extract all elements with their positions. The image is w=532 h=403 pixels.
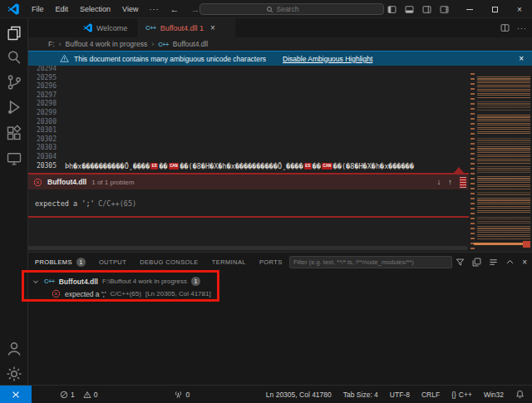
panel-tab-label: TERMINAL [212, 258, 246, 266]
more-actions-icon[interactable]: ··· [517, 24, 527, 32]
notifications-bell-icon[interactable] [515, 390, 525, 399]
maximize-panel-icon[interactable] [505, 258, 515, 267]
split-editor-icon[interactable] [500, 23, 510, 32]
control-character-box: CAN [169, 163, 180, 170]
problems-file-row[interactable]: C++ Buffout4.dll F:\Buffout 4 work in pr… [32, 275, 200, 288]
errors-warnings-status[interactable]: 1 0 [60, 391, 97, 399]
collapse-all-icon[interactable] [489, 258, 498, 267]
peek-file-name: Buffout4.dll [47, 178, 86, 186]
binary-content-line[interactable]: Þh�x����������Ō¸����ES��CAN��(�8�H�X�h�x… [65, 162, 469, 171]
problems-file-path: F:\Buffout 4 work in progress [102, 278, 187, 285]
file-problems-badge: 1 [191, 277, 200, 286]
line-number: 20300 [28, 118, 57, 127]
breadcrumb-file[interactable]: Buffout4.dll [173, 40, 208, 48]
cursor-position[interactable]: Ln 20305, Col 41780 [266, 391, 332, 399]
line-number: 20298 [28, 100, 57, 109]
command-center-search[interactable] [200, 3, 384, 15]
tab-ports[interactable]: PORTS [259, 253, 283, 272]
remote-explorer-icon[interactable] [6, 150, 22, 167]
search-input[interactable] [277, 5, 318, 13]
control-character-box: ES [150, 163, 158, 170]
menu-view[interactable]: View [116, 0, 144, 18]
editor-tab-bar: Welcome C++ Buffout4.dll 1 × ··· [28, 18, 532, 37]
unicode-warning-banner: This document contains many ambiguous un… [28, 51, 532, 66]
accounts-icon[interactable] [6, 341, 22, 357]
tab-size-indicator[interactable]: Tab Size: 4 [343, 391, 378, 399]
toggle-sidebar-icon[interactable] [387, 5, 397, 14]
menu-edit[interactable]: Edit [50, 0, 75, 18]
run-debug-icon[interactable] [6, 99, 22, 115]
disable-ambiguous-highlight-link[interactable]: Disable Ambiguous Highlight [283, 55, 372, 63]
binary-text-segment: �� [159, 162, 167, 170]
language-mode[interactable]: {} C++ [451, 391, 472, 399]
next-problem-icon[interactable]: ↓ [437, 178, 441, 186]
peek-anchor-caret [454, 167, 464, 173]
minimap-content-block [477, 101, 530, 111]
problems-filter[interactable] [289, 256, 452, 268]
minimize-icon[interactable] [457, 0, 482, 18]
toggle-panel-icon[interactable] [405, 5, 414, 14]
problem-message: expected a ';' [65, 290, 106, 298]
panel-tab-label: DEBUG CONSOLE [140, 258, 199, 266]
line-number: 20299 [28, 109, 57, 118]
problems-error-row[interactable]: expected a ';' C/C++(65) [Ln 20305, Col … [52, 288, 211, 300]
tab-label: Buffout4.dll 1 [160, 24, 204, 32]
minimap[interactable] [470, 66, 532, 251]
settings-gear-icon[interactable] [6, 366, 22, 382]
problems-file-name: Buffout4.dll [59, 278, 98, 286]
menu-selection[interactable]: Selection [74, 0, 116, 18]
tab-problems[interactable]: PROBLEMS 1 [35, 253, 86, 272]
view-as-table-icon[interactable] [472, 258, 481, 267]
minimap-content-block [477, 226, 530, 239]
menu-more-icon[interactable]: ··· [144, 5, 164, 13]
customize-layout-icon[interactable] [440, 5, 449, 14]
peek-error-source: C/C++(65) [98, 199, 136, 208]
minimap-current-line-mark [474, 243, 529, 245]
breadcrumb-folder[interactable]: Buffout 4 work in progress [66, 40, 148, 48]
eol-indicator[interactable]: CRLF [421, 391, 440, 399]
filter-funnel-icon[interactable] [456, 258, 465, 267]
close-panel-icon[interactable]: × [522, 258, 527, 267]
breadcrumb-drive[interactable]: F: [48, 40, 55, 48]
error-slash-icon [60, 391, 68, 399]
platform-indicator[interactable]: Win32 [484, 391, 504, 399]
nav-back-icon[interactable]: ← [164, 4, 185, 14]
chevron-down-icon[interactable] [32, 278, 40, 286]
editor-area[interactable] [28, 51, 532, 252]
tab-welcome[interactable]: Welcome [76, 18, 139, 37]
banner-close-icon[interactable]: × [519, 54, 524, 63]
status-bar: 1 0 0 Ln 20305, Col 41780 Tab Size: 4 UT… [0, 385, 532, 403]
encoding-indicator[interactable]: UTF-8 [390, 391, 410, 399]
line-number: 20305 [28, 162, 57, 171]
tab-output[interactable]: OUTPUT [99, 253, 126, 272]
problems-filter-input[interactable] [293, 258, 448, 266]
explorer-icon[interactable] [6, 25, 22, 42]
remote-indicator[interactable] [0, 386, 32, 403]
tab-terminal[interactable]: TERMINAL [212, 253, 246, 272]
horizontal-scrollbar[interactable] [28, 246, 467, 250]
search-sidebar-icon[interactable] [6, 49, 22, 66]
line-number: 20303 [28, 144, 57, 153]
vscode-logo-icon [83, 23, 92, 32]
binary-text-segment: ��(�8�H�X�h�x����������Ō¸���� [180, 162, 303, 170]
window-close-icon[interactable]: × [507, 0, 532, 18]
ports-status[interactable]: 0 [174, 390, 190, 399]
extensions-icon[interactable] [6, 125, 22, 141]
chevron-right-icon: › [151, 40, 154, 48]
cpp-file-icon: C++ [158, 41, 169, 48]
maximize-icon[interactable] [482, 0, 507, 18]
vscode-logo-icon [7, 3, 19, 15]
layout-controls [387, 0, 449, 18]
tab-debug-console[interactable]: DEBUG CONSOLE [140, 253, 199, 272]
toggle-secondary-sidebar-icon[interactable] [422, 5, 431, 14]
search-icon [266, 6, 273, 13]
tab-close-icon[interactable]: × [210, 23, 215, 32]
peek-body[interactable]: expected a ';' C/C++(65) [28, 189, 469, 218]
warning-count: 0 [94, 391, 98, 399]
cpp-file-icon: C++ [44, 278, 55, 285]
menu-file[interactable]: File [26, 0, 50, 18]
previous-problem-icon[interactable]: ↑ [448, 178, 452, 186]
tab-buffout4-dll[interactable]: C++ Buffout4.dll 1 × [139, 18, 235, 37]
source-control-icon[interactable] [6, 74, 22, 91]
breadcrumb[interactable]: F: › Buffout 4 work in progress › C++ Bu… [28, 37, 532, 51]
